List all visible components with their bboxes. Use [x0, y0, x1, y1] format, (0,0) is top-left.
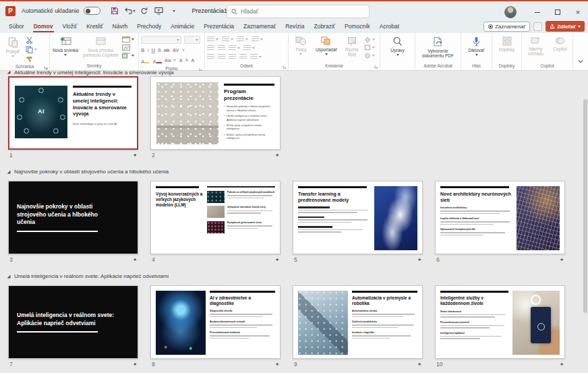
underline-button[interactable]: U — [152, 47, 155, 53]
tab-revizia[interactable]: Revízia — [281, 21, 309, 32]
redo-button[interactable] — [138, 4, 151, 18]
grow-font-button[interactable]: A — [179, 57, 182, 63]
font-size-select[interactable] — [184, 36, 200, 44]
animation-star-icon[interactable]: ★ — [133, 362, 137, 367]
cut-button[interactable] — [26, 36, 37, 44]
tab-pomocnik[interactable]: Pomocník — [340, 21, 375, 32]
arrange-button[interactable]: Usporiadať — [313, 35, 340, 55]
section-header-3[interactable]: Umelá inteligencia v reálnom svete: Apli… — [7, 273, 169, 279]
slide-6-thumbnail[interactable]: Nové architektúry neurónových sietí Inov… — [435, 181, 565, 254]
shape-outline-button[interactable] — [364, 45, 375, 51]
bold-button[interactable]: B — [141, 47, 144, 53]
numbering-button[interactable] — [222, 36, 233, 42]
animation-star-icon[interactable]: ★ — [133, 152, 137, 158]
vertical-scrollbar[interactable] — [583, 74, 587, 370]
copy-button[interactable] — [26, 46, 37, 53]
animation-star-icon[interactable]: ★ — [275, 362, 279, 367]
tab-domov[interactable]: Domov — [29, 21, 58, 32]
align-right-button[interactable] — [229, 54, 236, 60]
shape-fill-button[interactable] — [364, 36, 375, 42]
tab-zobrazit[interactable]: Zobraziť — [309, 21, 340, 32]
character-spacing-button[interactable]: AV — [173, 47, 179, 53]
new-slide-button[interactable]: Nová snímka — [52, 35, 79, 56]
tab-prechody[interactable]: Prechody — [132, 21, 166, 32]
autosave-toggle[interactable] — [84, 7, 100, 15]
save-button[interactable] — [108, 4, 121, 18]
animation-star-icon[interactable]: ★ — [275, 257, 279, 262]
copilot-button[interactable]: Copilot — [550, 35, 570, 51]
dictate-button[interactable]: Diktovať — [463, 35, 490, 56]
create-pdf-button[interactable]: Vytvorenie dokumentu PDF — [418, 35, 459, 59]
tab-zaznamenat[interactable]: Zaznamenať — [239, 21, 281, 32]
italic-button[interactable]: I — [147, 47, 148, 53]
maximize-button[interactable] — [548, 3, 568, 21]
search-input[interactable] — [241, 8, 349, 15]
slide-5-thumbnail[interactable]: Transfer learning a predtrénované modely — [293, 181, 423, 254]
section-header-2[interactable]: Najnovšie pokroky v oblasti strojového u… — [7, 169, 169, 175]
text-direction-button[interactable] — [243, 45, 255, 51]
paragraph-dialog-launcher-icon[interactable] — [283, 65, 287, 69]
tab-subor[interactable]: Súbor — [4, 21, 29, 32]
tab-acrobat[interactable]: Acrobat — [375, 21, 404, 32]
search-box[interactable] — [227, 5, 370, 18]
justify-button[interactable] — [239, 54, 247, 60]
clear-formatting-button[interactable]: A — [191, 57, 194, 63]
record-button[interactable]: Zaznamenať — [483, 22, 530, 32]
shapes-button[interactable]: Tvary — [291, 35, 311, 55]
comments-button[interactable] — [533, 22, 542, 31]
quick-access-overflow-button[interactable] — [167, 4, 181, 18]
bullets-button[interactable] — [207, 36, 218, 42]
designer-button[interactable]: Návrhy vzhľadu — [524, 35, 548, 57]
user-avatar[interactable] — [504, 6, 517, 18]
strikethrough-button[interactable]: ab — [164, 47, 170, 53]
animation-star-icon[interactable]: ★ — [417, 257, 421, 262]
animation-star-icon[interactable]: ★ — [133, 257, 137, 262]
paste-button[interactable]: Prilepiť — [2, 35, 24, 57]
line-spacing-button[interactable] — [229, 45, 240, 51]
close-button[interactable]: × — [568, 3, 588, 21]
slide-2-thumbnail[interactable]: Program prezentácie Najnovšie pokroky v … — [150, 76, 281, 150]
align-left-button[interactable] — [207, 54, 214, 60]
change-case-button[interactable]: Aa — [165, 57, 171, 63]
undo-button[interactable] — [123, 4, 136, 18]
animation-star-icon[interactable]: ★ — [417, 362, 421, 367]
tab-kreslit[interactable]: Kresliť — [82, 21, 107, 32]
slide-10-thumbnail[interactable]: Inteligentné služby v každodennom živote… — [435, 285, 565, 359]
editing-button[interactable]: Úpravy — [384, 35, 412, 56]
multilevel-list-button[interactable] — [237, 36, 248, 42]
shape-effects-button[interactable] — [364, 53, 375, 59]
slide-4-thumbnail[interactable]: Vývoj konverzačných a veľkých jazykových… — [150, 181, 281, 254]
start-slideshow-button[interactable] — [152, 4, 166, 18]
shrink-font-button[interactable]: A — [185, 58, 188, 62]
tab-vlozit[interactable]: Vložiť — [58, 21, 82, 32]
quick-styles-button[interactable]: Rýchle štýly — [342, 35, 362, 57]
format-painter-button[interactable] — [26, 55, 37, 63]
reset-slide-button[interactable] — [122, 45, 134, 51]
section-button[interactable] — [122, 53, 134, 59]
sort-button[interactable] — [252, 36, 263, 42]
new-slide-copilot-button[interactable]: Nová snímka pomocou Copilota — [81, 35, 120, 58]
share-button[interactable]: Zdieľať — [546, 21, 585, 32]
slide-9-thumbnail[interactable]: Automatizácia v priemysle a robotika Aut… — [293, 285, 423, 359]
align-center-button[interactable] — [218, 54, 225, 60]
slide-7-thumbnail[interactable]: Umelá inteligencia v reálnom svete: Apli… — [8, 285, 138, 359]
font-name-select[interactable] — [141, 36, 181, 44]
section-header-1[interactable]: Aktuálne trendy v umelej inteligencii: I… — [7, 71, 174, 76]
slide-8-thumbnail[interactable]: AI v zdravotníctve a diagnostike Diagnos… — [150, 285, 281, 359]
slide-3-thumbnail[interactable]: Najnovšie pokroky v oblasti strojového u… — [8, 181, 138, 254]
tab-animacie[interactable]: Animácie — [166, 21, 199, 32]
addins-button[interactable]: Doplnky — [494, 35, 519, 52]
minimize-button[interactable] — [527, 3, 548, 21]
animation-star-icon[interactable]: ★ — [275, 152, 279, 158]
tab-prezentacia[interactable]: Prezentácia — [199, 21, 239, 32]
increase-indent-button[interactable] — [218, 45, 225, 51]
powerpoint-logo-icon[interactable]: P — [5, 6, 16, 16]
clipboard-dialog-launcher-icon[interactable] — [44, 65, 48, 69]
slide-1-thumbnail[interactable]: AI Aktuálne trendy v umelej inteligencii… — [8, 76, 138, 150]
tab-navrh[interactable]: Návrh — [108, 21, 133, 32]
slide-layout-button[interactable] — [122, 36, 134, 42]
drawing-dialog-launcher-icon[interactable] — [374, 65, 378, 69]
text-shadow-button[interactable]: S — [158, 47, 161, 53]
collapse-ribbon-button[interactable] — [573, 59, 588, 70]
animation-star-icon[interactable]: ★ — [560, 257, 564, 262]
